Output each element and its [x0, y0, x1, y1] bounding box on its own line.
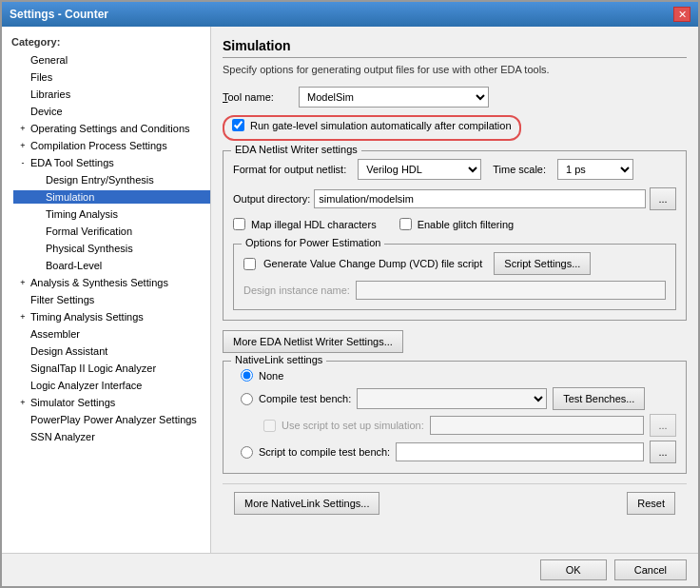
expand-icon[interactable]: + [17, 140, 29, 151]
spacer-icon [17, 88, 29, 100]
sidebar-item-general[interactable]: General [2, 51, 210, 69]
sidebar-item-timing-settings[interactable]: +Timing Analysis Settings [2, 308, 210, 325]
sidebar-item-libraries[interactable]: Libraries [2, 86, 210, 103]
script-compile-radio[interactable] [241, 446, 253, 459]
spacer-icon [32, 208, 44, 220]
gate-level-label: Run gate-level simulation automatically … [250, 120, 512, 131]
spacer-icon [17, 380, 29, 391]
expand-icon[interactable]: + [17, 397, 29, 408]
design-instance-row: Design instance name: [243, 281, 666, 300]
output-dir-input[interactable] [314, 189, 646, 208]
section-title: Simulation [223, 38, 687, 58]
sidebar-item-eda[interactable]: -EDA Tool Settings [2, 154, 210, 171]
use-script-label: Use script to set up simulation: [282, 420, 424, 431]
reset-btn[interactable]: Reset [627, 492, 675, 515]
use-script-input [430, 416, 644, 435]
power-group: Options for Power Estimation Generate Va… [233, 244, 676, 310]
sidebar-item-formal-verification[interactable]: Formal Verification [2, 223, 210, 240]
compile-tb-select[interactable] [357, 388, 547, 409]
map-illegal-checkbox[interactable] [233, 218, 245, 230]
nativelink-title: NativeLink settings [231, 354, 326, 365]
sidebar-item-compilation[interactable]: +Compilation Process Settings [2, 137, 210, 154]
sidebar-item-ssn[interactable]: SSN Analyzer [2, 428, 210, 445]
sidebar-item-logic-analyzer[interactable]: Logic Analyzer Interface [2, 377, 210, 394]
spacer-icon [17, 328, 29, 340]
sidebar-item-design-assistant[interactable]: Design Assistant [2, 343, 210, 360]
sidebar-item-physical-synthesis[interactable]: Physical Synthesis [2, 240, 210, 257]
cancel-btn[interactable]: Cancel [614, 559, 687, 580]
tool-name-row: Tool name: ModelSim ModelSim-Altera VCS … [223, 87, 687, 108]
sidebar-item-simulator[interactable]: +Simulator Settings [2, 394, 210, 411]
expand-icon[interactable]: + [17, 277, 29, 288]
sidebar-item-simulation[interactable]: Simulation [2, 188, 210, 206]
output-dir-label: Output directory: [233, 193, 310, 205]
none-radio-row: None [233, 369, 676, 382]
compile-tb-radio[interactable] [241, 393, 253, 405]
sidebar-item-analysis[interactable]: +Analysis & Synthesis Settings [2, 274, 210, 291]
nativelink-group: NativeLink settings None Compile test be… [223, 361, 687, 474]
sidebar-item-powerplay[interactable]: PowerPlay Power Analyzer Settings [2, 411, 210, 428]
sidebar-item-device[interactable]: Device [2, 103, 210, 120]
gate-level-highlight: Run gate-level simulation automatically … [223, 115, 521, 141]
format-select[interactable]: Verilog HDL VHDL [358, 159, 481, 180]
sidebar-item-design-entry[interactable]: Design Entry/Synthesis [2, 171, 210, 188]
map-illegal-label: Map illegal HDL characters [251, 219, 377, 230]
gate-level-checkbox-row: Run gate-level simulation automatically … [232, 119, 512, 131]
none-radio[interactable] [241, 369, 253, 382]
generate-vcd-label: Generate Value Change Dump (VCD) file sc… [263, 258, 482, 269]
design-instance-input[interactable] [356, 281, 666, 300]
sidebar-item-files[interactable]: Files [2, 69, 210, 86]
enable-glitch-label: Enable glitch filtering [418, 219, 515, 230]
expand-icon[interactable]: + [17, 311, 29, 323]
sidebar-item-operating[interactable]: +Operating Settings and Conditions [2, 120, 210, 137]
more-eda-btn[interactable]: More EDA Netlist Writer Settings... [223, 330, 403, 353]
script-settings-btn[interactable]: Script Settings... [494, 252, 591, 275]
tool-name-label: Tool name: [223, 91, 299, 103]
output-dir-row: Output directory: ... [233, 187, 676, 210]
spacer-icon [32, 243, 44, 254]
more-native-btn[interactable]: More NativeLink Settings... [234, 492, 379, 515]
spacer-icon [17, 431, 29, 442]
script-compile-browse-btn[interactable]: ... [650, 441, 676, 463]
spacer-icon [32, 260, 44, 271]
format-label: Format for output netlist: [233, 164, 346, 175]
test-benches-btn[interactable]: Test Benches... [553, 387, 645, 410]
spacer-icon [17, 71, 29, 83]
script-compile-input[interactable] [396, 442, 644, 461]
category-label: Category: [2, 34, 210, 51]
timescale-label: Time scale: [493, 164, 546, 175]
sidebar-item-assembler[interactable]: Assembler [2, 325, 210, 343]
power-group-title: Options for Power Estimation [242, 237, 384, 248]
spacer-icon [17, 345, 29, 357]
enable-glitch-row: Enable glitch filtering [399, 218, 515, 230]
format-row: Format for output netlist: Verilog HDL V… [233, 159, 676, 180]
collapse-icon[interactable]: - [17, 157, 29, 168]
spacer-icon [17, 54, 29, 66]
spacer-icon [17, 106, 29, 117]
spacer-icon [32, 191, 44, 203]
enable-glitch-checkbox[interactable] [399, 218, 412, 230]
settings-window: Settings - Counter ✕ Category: General F… [0, 0, 700, 588]
none-label: None [259, 370, 283, 382]
gate-level-checkbox[interactable] [232, 119, 244, 131]
section-desc: Specify options for generating output fi… [223, 64, 687, 75]
main-panel: Simulation Specify options for generatin… [211, 27, 698, 553]
expand-icon[interactable]: + [17, 123, 29, 134]
title-bar: Settings - Counter ✕ [2, 2, 698, 27]
spacer-icon [17, 414, 29, 425]
main-content: Category: General Files Libraries Device… [2, 27, 698, 553]
generate-vcd-checkbox[interactable] [243, 258, 256, 270]
sidebar: Category: General Files Libraries Device… [2, 27, 211, 553]
spacer-icon [17, 363, 29, 374]
eda-netlist-title: EDA Netlist Writer settings [231, 144, 361, 155]
output-dir-browse-btn[interactable]: ... [650, 187, 676, 210]
ok-btn[interactable]: OK [540, 559, 607, 580]
sidebar-item-board-level[interactable]: Board-Level [2, 257, 210, 274]
close-button[interactable]: ✕ [673, 7, 690, 22]
sidebar-item-filter[interactable]: Filter Settings [2, 291, 210, 308]
sidebar-item-signaltap[interactable]: SignalTap II Logic Analyzer [2, 360, 210, 377]
use-script-browse-btn: ... [650, 414, 676, 437]
timescale-select[interactable]: 1 ps 1 ns 10 ps [557, 159, 633, 180]
tool-name-select[interactable]: ModelSim ModelSim-Altera VCS NC-Sim [299, 87, 489, 108]
sidebar-item-timing-analysis[interactable]: Timing Analysis [2, 206, 210, 223]
